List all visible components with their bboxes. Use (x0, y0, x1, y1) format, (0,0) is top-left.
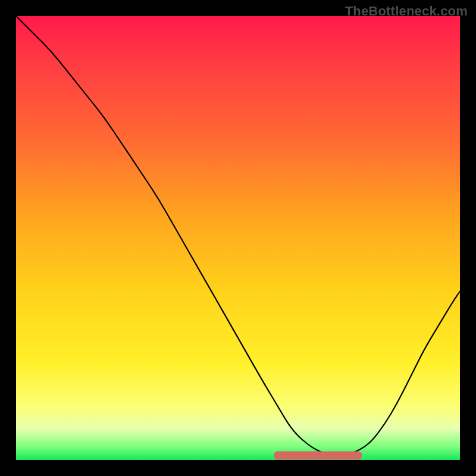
watermark-text: TheBottleneck.com (345, 4, 468, 19)
bottleneck-curve (16, 16, 460, 456)
curve-svg (16, 16, 460, 460)
chart-frame: TheBottleneck.com (0, 0, 476, 476)
plot-area (16, 16, 460, 460)
